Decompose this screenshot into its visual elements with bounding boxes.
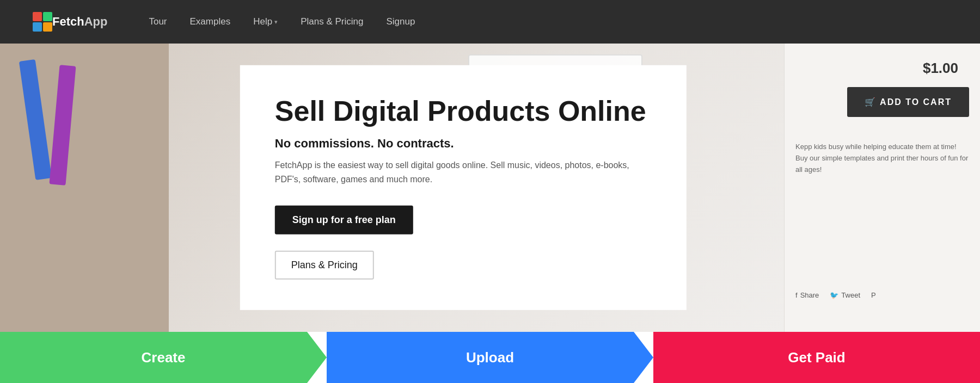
bottom-segment-upload[interactable]: Upload bbox=[327, 332, 653, 383]
navbar: FetchApp Tour Examples Help ▾ Plans & Pr… bbox=[0, 0, 980, 44]
signup-free-button[interactable]: Sign up for a free plan bbox=[275, 206, 413, 234]
social-share-area: f Share 🐦 Tweet P bbox=[795, 291, 876, 299]
get-paid-label: Get Paid bbox=[788, 349, 845, 366]
facebook-icon: f bbox=[795, 291, 798, 299]
nav-link-examples[interactable]: Examples bbox=[181, 11, 240, 33]
pinterest-share[interactable]: P bbox=[871, 291, 876, 299]
nav-link-plans[interactable]: Plans & Pricing bbox=[292, 11, 372, 33]
hero-section: apple $1.00 🛒 ADD TO CART Kepp kids busy… bbox=[0, 44, 980, 332]
twitter-icon: 🐦 bbox=[830, 291, 838, 299]
nav-link-tour[interactable]: Tour bbox=[140, 11, 175, 33]
bottom-bar: Create Upload Get Paid bbox=[0, 332, 980, 383]
pinterest-icon: P bbox=[871, 291, 876, 299]
bottom-segment-create[interactable]: Create bbox=[0, 332, 327, 383]
product-price: $1.00 bbox=[923, 60, 958, 77]
add-to-cart-button[interactable]: 🛒 ADD TO CART bbox=[847, 87, 969, 117]
bottom-segment-get-paid[interactable]: Get Paid bbox=[653, 332, 980, 383]
chevron-down-icon: ▾ bbox=[274, 18, 278, 26]
hero-description: FetchApp is the easiest way to sell digi… bbox=[275, 158, 645, 186]
hero-subheadline: No commissions. No contracts. bbox=[275, 137, 652, 151]
logo-icon bbox=[33, 12, 52, 32]
nav-link-signup[interactable]: Signup bbox=[377, 11, 424, 33]
nav-link-help[interactable]: Help ▾ bbox=[244, 11, 286, 33]
nav-links: Tour Examples Help ▾ Plans & Pricing Sig… bbox=[140, 11, 424, 33]
cta-buttons: Sign up for a free plan Plans & Pricing bbox=[275, 206, 652, 280]
hero-bg-left bbox=[0, 44, 169, 332]
create-label: Create bbox=[142, 349, 186, 366]
hero-bg-right: $1.00 🛒 ADD TO CART Kepp kids busy while… bbox=[784, 44, 980, 332]
cart-icon: 🛒 bbox=[865, 97, 877, 107]
hero-headline: Sell Digital Products Online bbox=[275, 96, 652, 127]
hero-card: Sell Digital Products Online No commissi… bbox=[240, 65, 687, 310]
twitter-share[interactable]: 🐦 Tweet bbox=[830, 291, 860, 299]
logo-link[interactable]: FetchApp bbox=[33, 12, 107, 32]
logo-text: FetchApp bbox=[52, 15, 107, 29]
facebook-share[interactable]: f Share bbox=[795, 291, 819, 299]
upload-label: Upload bbox=[466, 349, 514, 366]
product-description: Kepp kids busy while helping educate the… bbox=[795, 141, 969, 175]
plans-pricing-button[interactable]: Plans & Pricing bbox=[275, 251, 374, 280]
